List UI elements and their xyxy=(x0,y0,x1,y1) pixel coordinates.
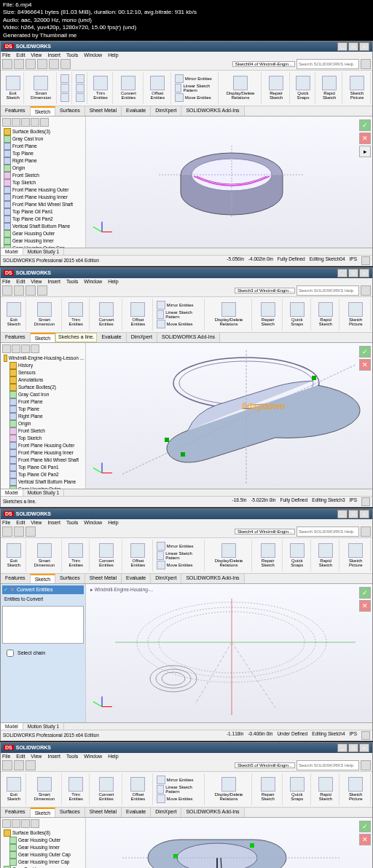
tree-node[interactable]: Gear Housing Outer Cap xyxy=(2,245,84,248)
toolbar-icon[interactable] xyxy=(14,285,24,296)
linear-pattern-tool[interactable]: Linear Sketch Pattern xyxy=(175,84,216,92)
tab-sketch[interactable]: Sketch xyxy=(31,106,55,116)
menu-file[interactable]: File xyxy=(2,754,10,759)
tab-sheetmetal[interactable]: Sheet Metal xyxy=(85,574,122,583)
tab-sketch[interactable]: Sketch xyxy=(31,333,55,342)
menu-help[interactable]: Help xyxy=(108,52,118,58)
menu-window[interactable]: Window xyxy=(84,754,102,759)
ok-icon[interactable]: ✓ xyxy=(4,587,8,593)
tab-dimxpert[interactable]: DimXpert xyxy=(151,808,181,817)
smart-dimension-button[interactable]: Smart Dimension xyxy=(25,72,57,104)
search-input[interactable] xyxy=(297,760,359,770)
menu-insert[interactable]: Insert xyxy=(47,279,60,284)
quick-snaps-button[interactable]: Quick Snaps xyxy=(291,72,315,104)
menu-edit[interactable]: Edit xyxy=(16,52,25,58)
tab-sketch[interactable]: Sketch xyxy=(31,574,55,583)
toolbar-icon[interactable] xyxy=(14,760,24,770)
toolbar-icon[interactable] xyxy=(37,285,47,296)
tree-node[interactable]: Annotations xyxy=(2,376,84,384)
viewport[interactable]: 0daydown ✓✕ xyxy=(86,343,372,489)
menu-insert[interactable]: Insert xyxy=(47,52,60,58)
tree-node[interactable]: Gear Housing Outer xyxy=(2,837,84,844)
tree-node[interactable]: Vertical Shaft Bottom Plane xyxy=(2,223,84,230)
tab-model[interactable]: Model xyxy=(1,489,23,496)
maximize-button[interactable]: □ xyxy=(348,269,358,277)
move-tool[interactable]: Move Entities xyxy=(157,320,193,328)
feature-tree[interactable]: Surface Bodies(8) Gear Housing Outer Gea… xyxy=(1,818,86,868)
titlebar[interactable]: DS SOLIDWORKS _□× xyxy=(1,268,372,278)
menu-edit[interactable]: Edit xyxy=(16,520,25,525)
convert-button[interactable]: Convert Entities xyxy=(91,299,123,331)
tree-node[interactable]: Origin xyxy=(2,420,84,427)
tab-model[interactable]: Model xyxy=(1,248,23,255)
tree-node[interactable]: Front Plane Housing Inner xyxy=(2,194,84,201)
arc-tool[interactable] xyxy=(76,74,85,83)
repair-button[interactable]: Repair Sketch xyxy=(263,72,289,104)
tree-node[interactable]: Gear Housing Inner xyxy=(2,237,84,245)
menu-window[interactable]: Window xyxy=(84,279,102,284)
toolbar-icon[interactable] xyxy=(2,760,12,770)
tree-icon[interactable] xyxy=(21,819,30,828)
cancel-icon[interactable]: ✕ xyxy=(359,359,371,371)
search-input[interactable] xyxy=(297,59,359,69)
smart-dimension-button[interactable]: Smart Dimension xyxy=(28,299,62,331)
viewport[interactable]: ▸ Windmill-Engine-Housing-... ✓✕ xyxy=(86,584,372,722)
linear-pattern-tool[interactable]: Linear Sketch Pattern xyxy=(157,551,202,560)
menu-file[interactable]: File xyxy=(2,52,10,58)
tree-node[interactable]: Top Plane Oil Pan2 xyxy=(2,471,84,478)
linear-pattern-tool[interactable]: Linear Sketch Pattern xyxy=(157,785,202,794)
viewport[interactable]: ✓ ✕ ▸ xyxy=(86,117,372,248)
tab-sheetmetal[interactable]: Sheet Metal xyxy=(85,106,122,116)
confirm-icon[interactable]: ✓ xyxy=(359,587,371,599)
repair-button[interactable]: Repair Sketch xyxy=(254,299,283,331)
menu-tools[interactable]: Tools xyxy=(66,520,78,525)
maximize-button[interactable]: □ xyxy=(348,510,358,518)
rebuild-icon[interactable] xyxy=(49,59,59,69)
menu-tools[interactable]: Tools xyxy=(66,754,78,759)
tab-features[interactable]: Features xyxy=(1,106,31,116)
smart-dimension-button[interactable]: Smart Dimension xyxy=(28,540,62,572)
save-icon[interactable] xyxy=(25,59,36,69)
tab-motion[interactable]: Motion Study 1 xyxy=(23,723,64,730)
options-icon[interactable] xyxy=(60,59,71,69)
viewport[interactable]: ✓✕ xyxy=(86,818,372,868)
tree-icon[interactable] xyxy=(31,344,39,353)
sketch-picture-button[interactable]: Sketch Picture xyxy=(341,773,371,805)
point-tool[interactable] xyxy=(76,93,85,102)
tree-node[interactable]: Top Sketch xyxy=(2,179,84,186)
close-button[interactable]: × xyxy=(359,42,369,51)
tree-node[interactable]: Right Plane xyxy=(2,157,84,165)
trim-button[interactable]: Trim Entities xyxy=(63,773,90,805)
rapid-sketch-button[interactable]: Rapid Sketch xyxy=(317,72,342,104)
tab-evaluate[interactable]: Evaluate xyxy=(122,808,151,817)
menu-insert[interactable]: Insert xyxy=(47,520,60,525)
status-icon[interactable] xyxy=(361,497,370,506)
tab-surfaces[interactable]: Surfaces xyxy=(55,574,85,583)
menu-help[interactable]: Help xyxy=(108,754,118,759)
move-tool[interactable]: Move Entities xyxy=(157,561,193,569)
maximize-button[interactable]: □ xyxy=(348,743,358,752)
sketch-picture-button[interactable]: Sketch Picture xyxy=(341,540,371,572)
tree-node[interactable]: Gear Housing Inner Cap xyxy=(2,859,84,866)
tree-node[interactable]: Front Plane Mid Wheel Shaft xyxy=(2,201,84,208)
tab-motion[interactable]: Motion Study 1 xyxy=(23,489,64,496)
titlebar[interactable]: DS SOLIDWORKS _ □ × xyxy=(1,42,372,52)
tab-dimxpert[interactable]: DimXpert xyxy=(151,574,181,583)
exit-sketch-button[interactable]: Exit Sketch xyxy=(2,540,26,572)
tree-node[interactable]: Front Sketch xyxy=(2,172,84,179)
cancel-icon[interactable]: ✕ xyxy=(359,600,371,612)
document-tab[interactable]: Sketch04 of Windmill-Engin... xyxy=(232,61,295,67)
search-icon[interactable] xyxy=(361,59,371,69)
tree-node[interactable]: Gray Cast Iron xyxy=(2,135,84,143)
confirm-icon[interactable]: ✓ xyxy=(359,346,371,358)
tree-node[interactable]: Front Plane Housing Outer xyxy=(2,186,84,194)
tree-node[interactable]: Gear Housing Outer xyxy=(2,230,84,237)
cancel-icon[interactable]: ✕ xyxy=(359,133,371,144)
tree-node[interactable]: Right Plane xyxy=(2,413,84,420)
tree-node[interactable]: Top Plane Oil Pan1 xyxy=(2,464,84,471)
quick-snaps-button[interactable]: Quick Snaps xyxy=(284,773,311,805)
tree-icon[interactable] xyxy=(12,344,20,353)
rect-tool[interactable] xyxy=(60,84,69,92)
tree-node[interactable]: History xyxy=(2,362,84,369)
tree-node[interactable]: Front Plane Housing Outer xyxy=(2,442,84,449)
